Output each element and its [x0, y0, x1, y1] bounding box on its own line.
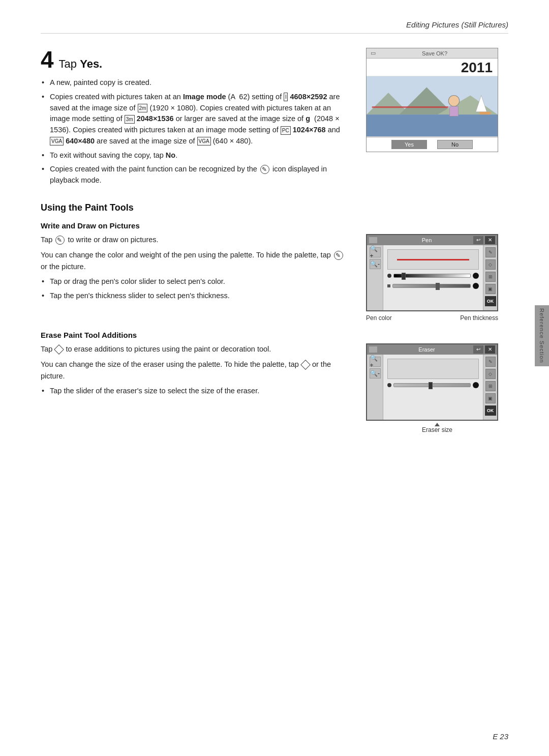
page-number: E 23 [493, 732, 508, 741]
no-label: No [166, 151, 175, 159]
reference-section-tab: Reference Section [535, 305, 549, 366]
write-draw-bullet-2: Tap the pen's thickness slider to select… [41, 290, 351, 302]
year-display: 2011 [367, 59, 498, 76]
erase-paint-subheading: Erase Paint Tool Additions [41, 331, 508, 339]
pen-thickness-label: Pen thickness [460, 314, 498, 322]
eraser-camera-small-icon [369, 346, 377, 353]
mode-icon-2m: 2m [138, 104, 148, 112]
eraser-back-button[interactable]: ↩ [473, 345, 483, 354]
palette-close-button[interactable]: ✕ [485, 236, 495, 244]
write-draw-subheading: Write and Draw on Pictures [41, 221, 508, 230]
step4-number: 4 [41, 48, 54, 71]
eraser-palette-left-side: 🔍+ 🔍- [367, 355, 383, 420]
mode-icon-vga2: VGA [197, 137, 211, 146]
erase-paint-right: Eraser ↩ ✕ 🔍+ 🔍- [366, 343, 508, 433]
step4-camera-screen: ▭ Save OK? 2011 [366, 48, 508, 191]
save-ok-label: Save OK? [422, 50, 447, 56]
eraser-ok-button[interactable]: OK [485, 405, 496, 416]
yes-button[interactable]: Yes [391, 140, 427, 149]
eraser-palette-icon-grid[interactable]: ⊞ [485, 381, 496, 391]
color-slider-thumb[interactable] [402, 273, 406, 280]
zoom-out-icon[interactable]: 🔍- [370, 259, 381, 269]
mode-icon-l: l [284, 93, 288, 101]
eraser-palette-icon-frame[interactable]: ▣ [485, 393, 496, 403]
palette-icon-grid[interactable]: ⊞ [485, 272, 496, 282]
step4-title: Tap Yes. [59, 57, 103, 71]
erase-paint-content: Tap to erase additions to pictures using… [41, 343, 508, 433]
step4-left: 4 Tap Yes. A new, painted copy is create… [41, 48, 351, 191]
eraser-size-arrow [366, 423, 508, 426]
pen-palette-header: Pen ↩ ✕ [367, 235, 497, 245]
page-container: Editing Pictures (Still Pictures) 4 Tap … [0, 0, 549, 756]
step4-title-row: 4 Tap Yes. [41, 48, 351, 71]
color-slider-row [387, 273, 479, 279]
eraser-palette-icon-pen[interactable]: ✎ [485, 357, 496, 367]
eraser-palette-right: ✎ ◇ ⊞ ▣ OK [483, 355, 497, 420]
pen-icon-inline [55, 236, 65, 245]
write-draw-bullets: Tap or drag the pen's color slider to se… [41, 276, 351, 302]
thickness-slider-track[interactable] [392, 284, 471, 288]
step4-bullets: A new, painted copy is created. Copies c… [41, 77, 351, 186]
palette-back-button[interactable]: ↩ [473, 236, 483, 244]
eraser-zoom-in-icon[interactable]: 🔍+ [370, 357, 381, 367]
palette-icon-pen[interactable]: ✎ [485, 247, 496, 257]
write-draw-right: Pen ↩ ✕ 🔍+ 🔍- [366, 234, 508, 322]
eraser-icon-inline [54, 344, 65, 355]
thickness-dot-left [387, 284, 390, 287]
camera-buttons-row: Yes No [367, 137, 498, 152]
camera-top-bar: ▭ Save OK? [367, 48, 498, 59]
header-title: Editing Pictures (Still Pictures) [406, 20, 508, 29]
pen-palette-right: ✎ ◇ ⊞ ▣ OK [483, 245, 497, 310]
eraser-dot-right [473, 382, 479, 388]
pen-palette-caption: Pen color Pen thickness [366, 314, 498, 322]
color-slider-track[interactable] [393, 274, 471, 278]
write-draw-content: Tap to write or draw on pictures. You ca… [41, 234, 508, 322]
eraser-zoom-out-icon[interactable]: 🔍- [370, 368, 381, 379]
reference-tab-text: Reference Section [539, 308, 545, 363]
mode-icon-pc: PC [281, 126, 291, 135]
zoom-in-icon[interactable]: 🔍+ [370, 247, 381, 257]
palette-icon-diamond[interactable]: ◇ [485, 259, 496, 270]
write-draw-bullet-1: Tap or drag the pen's color slider to se… [41, 276, 351, 287]
eraser-size-arrow-icon [435, 423, 440, 426]
res-2048: 2048×1536 [137, 114, 174, 123]
eraser-icon-inline2 [300, 360, 311, 370]
eraser-palette-title: Eraser [380, 346, 473, 353]
eraser-palette: Eraser ↩ ✕ 🔍+ 🔍- [366, 343, 498, 421]
eraser-size-caption-area: Eraser size [366, 423, 508, 433]
paint-icon [260, 165, 269, 174]
res-640: 640×480 [66, 137, 95, 145]
write-draw-para1: Tap to write or draw on pictures. [41, 234, 351, 245]
thickness-slider-thumb[interactable] [436, 283, 440, 290]
svg-rect-4 [367, 114, 498, 136]
camera-top-display: ▭ Save OK? 2011 [366, 48, 498, 152]
camera-small-icon [369, 237, 377, 243]
res-1024: 1024×768 [293, 126, 326, 134]
camera-scene-svg [367, 76, 498, 137]
mode-icon-3m: 3m [125, 115, 135, 124]
color-dot-left [387, 274, 391, 278]
erase-paint-bullet-1: Tap the slider of the eraser's size to s… [41, 386, 351, 397]
palette-ok-button[interactable]: OK [485, 296, 496, 306]
eraser-size-slider-row [387, 382, 479, 388]
eraser-slider-track[interactable] [393, 383, 471, 387]
color-dot-right [473, 273, 479, 279]
erase-paint-para1: Tap to erase additions to pictures using… [41, 343, 351, 355]
write-draw-section: Write and Draw on Pictures Tap to write … [41, 221, 508, 322]
no-button[interactable]: No [437, 140, 473, 149]
eraser-close-button[interactable]: ✕ [485, 345, 495, 354]
eraser-slider-thumb[interactable] [429, 382, 433, 389]
palette-icon-frame[interactable]: ▣ [485, 284, 496, 294]
eraser-dot-left [387, 383, 391, 387]
image-mode-label: Image mode [183, 93, 226, 101]
using-paint-tools-heading: Using the Paint Tools [41, 202, 508, 213]
camera-battery-icon: ▭ [371, 50, 376, 56]
svg-point-8 [448, 96, 460, 107]
pen-palette-title: Pen [380, 237, 473, 243]
step4-bullet-3: To exit without saving the copy, tap No. [41, 150, 351, 161]
eraser-palette-icon-diamond[interactable]: ◇ [485, 369, 496, 379]
svg-rect-7 [480, 112, 491, 114]
res-4608: 4608×2592 [290, 93, 327, 101]
page-header: Editing Pictures (Still Pictures) [41, 20, 508, 34]
pen-stroke-preview [397, 259, 469, 260]
